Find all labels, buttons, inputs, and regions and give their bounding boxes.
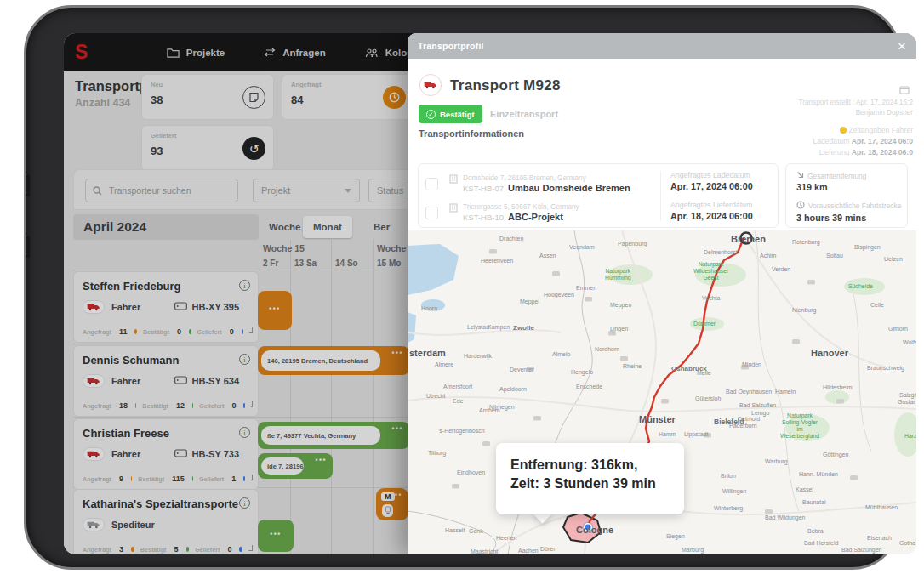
distance-value: 3 hours 39 mins — [796, 213, 901, 223]
nav-item-projekte[interactable]: Projekte — [167, 48, 225, 58]
map-label: Maastricht — [471, 548, 498, 554]
map-label: Minden — [742, 361, 761, 367]
map-label: Bremen — [731, 234, 766, 244]
stat-name: Angefragt — [83, 328, 111, 336]
status-badge[interactable]: ✓ Bestätigt — [419, 105, 482, 123]
map-label: Achim — [760, 253, 776, 259]
info-icon[interactable]: i — [239, 354, 250, 365]
resource-name: Dennis Schumann — [83, 354, 249, 367]
stat-dot-blue — [242, 329, 244, 334]
transport-bar[interactable]: ide 7, 28196••• — [258, 453, 333, 479]
map-label: Lemgo — [751, 410, 769, 416]
team-icon — [365, 48, 379, 58]
resize-handle[interactable] — [248, 545, 253, 551]
stat-count: 0 — [230, 327, 234, 336]
map-label: Delmenhorst — [704, 249, 738, 255]
resource-meta: FahrerHB-SY 733 — [83, 447, 249, 461]
nav-item-anfragen[interactable]: Anfragen — [264, 48, 325, 58]
map-label: Hanover — [811, 348, 848, 358]
view-tab-ber[interactable]: Ber — [363, 216, 400, 238]
requested-date: Angefragtes LadedatumApr. 17, 2024 06:00 — [670, 171, 753, 191]
map-label: Wolfsbu — [903, 339, 916, 345]
map-label: Goslar — [898, 399, 915, 405]
map-label: Gifhorn — [888, 326, 908, 332]
box-icon[interactable] — [899, 82, 910, 98]
stat-card-angefragt[interactable]: Angefragt84 — [282, 74, 414, 120]
app-logo: S — [75, 41, 88, 64]
info-icon[interactable]: i — [239, 280, 250, 291]
distance-card: Gesamtentfernung319 kmVoraussichtliche F… — [785, 163, 908, 228]
stat-name: Geliefert — [199, 475, 224, 483]
map-label: Bispingen — [854, 244, 881, 250]
close-icon[interactable]: × — [898, 39, 906, 54]
map-label: Eisenach — [867, 535, 892, 541]
tooltip-distance: Entfernung: 316km, — [510, 456, 684, 475]
distance-label-text: Gesamtentfernung — [807, 172, 866, 180]
resource-name: Steffen Friedeburg — [83, 280, 249, 293]
date-value: Apr. 18, 2024 06:00 — [670, 211, 753, 221]
search-icon — [93, 186, 102, 196]
map-label: Bad Wildungen — [765, 514, 805, 520]
arrow-icon — [796, 171, 804, 180]
map-label: Düren — [540, 546, 556, 552]
resize-handle[interactable] — [251, 401, 253, 407]
stop-info: Domsheide 7, 28195 Bremen, GermanyKST-HB… — [463, 174, 630, 193]
building-icon — [449, 172, 458, 187]
search-input[interactable] — [107, 185, 226, 196]
transport-card-m928[interactable]: M••• — [376, 488, 408, 520]
stat-card-neu[interactable]: Neu38 — [141, 74, 274, 120]
resource-meta: FahrerHB-XY 395 — [83, 300, 249, 314]
route-map[interactable]: DrachtenVeendamPapenburgAssenHeerenveenS… — [408, 230, 916, 554]
project-select[interactable]: Projekt — [253, 179, 360, 202]
stat-dot-blue — [243, 476, 244, 481]
map-label: Cologne — [576, 525, 613, 535]
map-label: Nienburg — [792, 307, 816, 313]
map-label: Bad Oeynhausen — [726, 389, 772, 395]
transport-bar[interactable]: ••• — [258, 520, 294, 552]
info-icon[interactable]: i — [239, 497, 250, 509]
screenshot-stage: S ProjekteAnfragenKolonnen & Grup Transp… — [0, 0, 924, 574]
stat-dot-green — [189, 329, 191, 334]
stop-checkbox[interactable] — [425, 178, 438, 190]
grid-line-vertical — [331, 240, 332, 554]
stop-checkbox[interactable] — [425, 207, 438, 219]
grid-line-vertical — [290, 240, 291, 554]
view-tab-monat[interactable]: Monat — [303, 216, 352, 238]
info-icon[interactable]: i — [239, 427, 250, 438]
stop-address: Trierergasse 5, 50667 Köln, Germany — [463, 203, 579, 211]
resource-row-card[interactable]: Christian FreeseiFahrerHB-SY 733Angefrag… — [73, 418, 259, 490]
resource-row-card[interactable]: Dennis SchumanniFahrerHB-SY 634Angefragt… — [73, 345, 259, 417]
stat-dot-green — [192, 476, 193, 481]
note-icon — [242, 86, 265, 109]
map-label: Nijmegen — [489, 404, 515, 410]
transport-bar[interactable]: ••• — [258, 291, 292, 330]
map-label: Südheide — [848, 283, 873, 290]
map-label: Nordhorn — [595, 346, 619, 352]
bar-address-pill: 146, 28195 Bremen, Deutschland — [261, 350, 380, 371]
resize-handle[interactable] — [251, 475, 253, 480]
resource-name: Christian Freese — [83, 427, 249, 440]
map-label: Meppen — [610, 302, 631, 308]
map-label: Naturpark Hümmling — [605, 268, 631, 281]
map-label: Salzgitter — [899, 392, 916, 398]
map-label: Kampen — [488, 324, 510, 330]
map-label: Ede — [453, 398, 463, 404]
search-box[interactable] — [85, 179, 238, 202]
water-area — [408, 244, 459, 295]
map-label: Eindhoven — [457, 469, 485, 475]
stat-card-geliefert[interactable]: Geliefert93↺ — [141, 125, 274, 171]
license-plate: HB-XY 395 — [174, 302, 249, 312]
resource-row-card[interactable]: Steffen FriedeburgiFahrerHB-XY 395Angefr… — [73, 271, 259, 343]
distance-item: Gesamtentfernung319 km — [796, 171, 866, 192]
check-icon: ✓ — [426, 110, 436, 119]
transport-bar[interactable]: 146, 28195 Bremen, Deutschland••• — [258, 346, 409, 375]
clock-icon — [383, 86, 406, 109]
stat-dot-orange — [131, 547, 134, 552]
map-label: Lippstadt — [684, 431, 708, 437]
section-title: Transportinformationen — [419, 128, 524, 139]
transport-bar[interactable]: ße 7, 49377 Vechta, Germany••• — [258, 422, 409, 449]
map-label: Tilburg — [428, 450, 446, 456]
resource-row-card[interactable]: Katharina's SpezialtransporteiSpediteurA… — [73, 489, 259, 554]
resize-handle[interactable] — [249, 327, 253, 333]
map-label: Hann. Münden — [799, 471, 838, 477]
